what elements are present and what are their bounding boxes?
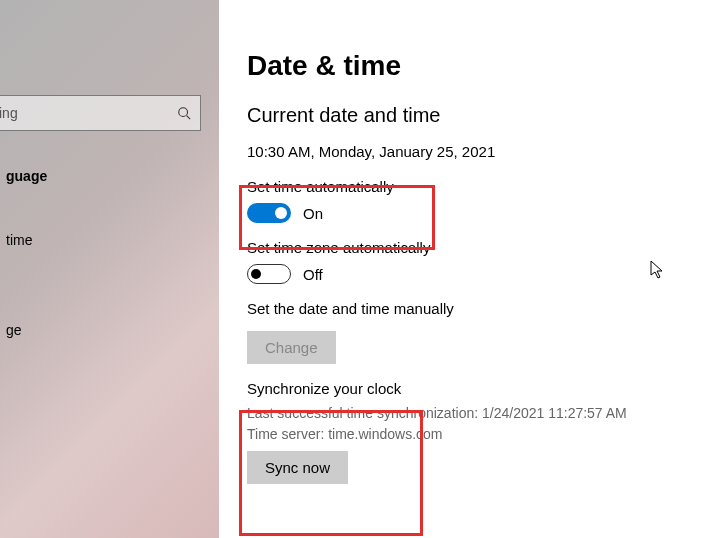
sidebar-item-datetime[interactable]: time	[0, 222, 219, 258]
set-time-auto-state: On	[303, 205, 323, 222]
page-title: Date & time	[247, 50, 707, 82]
main-content: Date & time Current date and time 10:30 …	[247, 50, 707, 484]
search-box[interactable]	[0, 95, 201, 131]
sync-server: Time server: time.windows.com	[247, 424, 707, 445]
current-datetime-value: 10:30 AM, Monday, January 25, 2021	[247, 143, 707, 160]
sync-last-success: Last successful time synchronization: 1/…	[247, 403, 707, 424]
change-button: Change	[247, 331, 336, 364]
sync-heading: Synchronize your clock	[247, 380, 707, 397]
set-tz-auto-label: Set time zone automatically	[247, 239, 707, 256]
sync-now-button[interactable]: Sync now	[247, 451, 348, 484]
search-input[interactable]	[0, 105, 176, 121]
manual-label: Set the date and time manually	[247, 300, 707, 317]
set-tz-auto-state: Off	[303, 266, 323, 283]
set-time-auto-label: Set time automatically	[247, 178, 707, 195]
set-time-auto-toggle[interactable]	[247, 203, 291, 223]
search-icon	[176, 105, 192, 121]
setting-set-time-auto: Set time automatically On	[247, 178, 707, 223]
setting-set-tz-auto: Set time zone automatically Off	[247, 239, 707, 284]
svg-point-0	[179, 108, 188, 117]
sidebar: guage time ge	[0, 0, 219, 538]
sidebar-item-language[interactable]: guage	[0, 158, 219, 194]
set-tz-auto-toggle[interactable]	[247, 264, 291, 284]
sync-section: Synchronize your clock Last successful t…	[247, 380, 707, 484]
sidebar-nav: guage time ge	[0, 158, 219, 348]
sidebar-item-region[interactable]: ge	[0, 312, 219, 348]
setting-manual: Set the date and time manually Change	[247, 300, 707, 364]
section-current-datetime: Current date and time	[247, 104, 707, 127]
svg-line-1	[187, 116, 191, 120]
